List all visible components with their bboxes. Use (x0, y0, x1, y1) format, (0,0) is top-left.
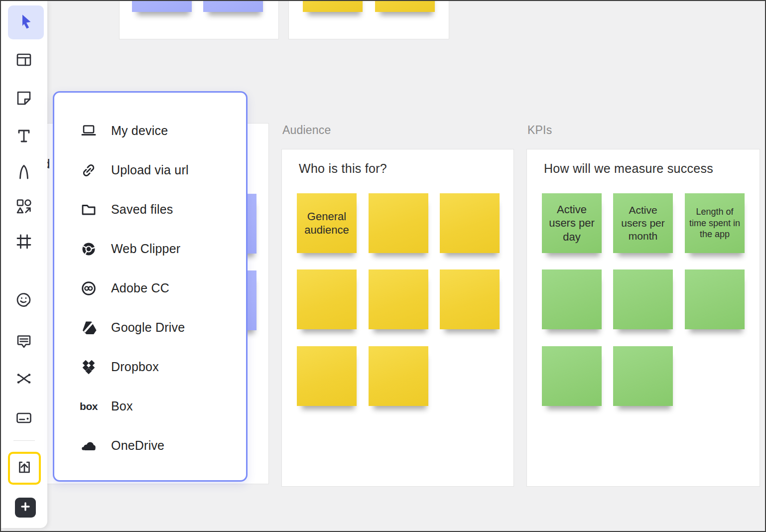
shapes-tool-button[interactable] (14, 196, 34, 216)
pen-tool-button[interactable] (14, 162, 34, 182)
menu-item-box[interactable]: box Box (54, 387, 246, 426)
pen-icon (14, 162, 34, 182)
menu-item-upload-via-url[interactable]: Upload via url (54, 150, 246, 190)
templates-icon (14, 50, 34, 70)
chrome-icon (79, 240, 98, 258)
menu-item-web-clipper[interactable]: Web Clipper (54, 229, 246, 268)
dropbox-icon (79, 358, 98, 376)
frame-top-right[interactable] (288, 1, 449, 39)
menu-item-google-drive[interactable]: Google Drive (54, 308, 246, 347)
sticky-note[interactable] (542, 269, 602, 329)
laptop-icon (79, 122, 98, 140)
sticky-note[interactable] (132, 0, 192, 12)
frame-title-audience[interactable]: Audience (282, 124, 331, 137)
frame-tool-button[interactable] (14, 232, 34, 252)
sticky-note[interactable] (613, 346, 673, 406)
sticky-note[interactable] (369, 269, 428, 329)
sticky-note[interactable] (369, 346, 428, 406)
menu-item-label: Saved files (111, 202, 173, 217)
menu-item-my-device[interactable]: My device (54, 111, 246, 150)
upload-menu: My device Upload via url Saved files (53, 91, 248, 482)
menu-item-adobe-cc[interactable]: Adobe CC (54, 268, 246, 308)
menu-item-label: Dropbox (111, 360, 159, 374)
cursor-icon (16, 11, 36, 33)
text-icon (14, 126, 34, 146)
add-app-button[interactable] (15, 498, 36, 518)
frame-audience[interactable]: Who is this for? General audience (281, 149, 514, 487)
onedrive-icon (79, 437, 98, 455)
menu-item-label: Box (111, 399, 133, 413)
menu-item-label: Web Clipper (111, 242, 180, 256)
frame-top-left[interactable] (119, 1, 279, 39)
frame-kpis[interactable]: How will we measure success Active users… (526, 149, 760, 487)
menu-item-label: Adobe CC (111, 281, 169, 295)
frame-icon (14, 232, 34, 252)
menu-item-label: My device (111, 124, 168, 138)
sticky-note[interactable] (613, 269, 673, 329)
sticky-note[interactable] (369, 193, 428, 253)
menu-item-saved-files[interactable]: Saved files (54, 190, 246, 229)
connector-icon (14, 369, 34, 389)
sticky-note[interactable] (440, 269, 500, 329)
sticky-note-icon (14, 88, 34, 108)
box-icon: box (79, 400, 98, 412)
sticky-note-tool-button[interactable] (14, 88, 34, 108)
google-drive-icon (79, 319, 98, 337)
toolbar (1, 1, 47, 528)
sticky-note[interactable] (685, 269, 745, 329)
sticky-note[interactable] (542, 346, 602, 406)
text-tool-button[interactable] (14, 126, 34, 146)
select-tool-button[interactable] (8, 5, 44, 39)
upload-icon (15, 458, 34, 479)
connector-tool-button[interactable] (14, 369, 34, 389)
menu-item-dropbox[interactable]: Dropbox (54, 347, 246, 387)
card-icon (14, 408, 34, 428)
adobe-cc-icon (79, 279, 98, 297)
sticky-note[interactable] (297, 346, 357, 406)
menu-item-label: Upload via url (111, 163, 189, 177)
sticky-note[interactable] (375, 0, 435, 12)
templates-tool-button[interactable] (14, 50, 34, 70)
shapes-icon (14, 196, 34, 216)
comment-icon (14, 331, 34, 351)
sticky-note[interactable]: Active users per month (613, 193, 673, 253)
menu-item-label: Google Drive (111, 320, 185, 335)
plus-icon (19, 500, 32, 515)
audience-heading[interactable]: Who is this for? (299, 161, 387, 176)
frame-title-kpis[interactable]: KPIs (527, 124, 552, 137)
comment-tool-button[interactable] (14, 331, 34, 351)
kpis-heading[interactable]: How will we measure success (544, 161, 713, 176)
whiteboard-app: d Audience Who is this for? General audi… (0, 0, 766, 532)
toolbar-divider (13, 440, 35, 441)
sticker-tool-button[interactable] (14, 290, 34, 310)
sticky-note[interactable] (203, 0, 263, 12)
card-tool-button[interactable] (14, 408, 34, 428)
link-icon (79, 161, 98, 179)
folder-icon (79, 201, 98, 219)
sticky-note[interactable] (303, 0, 363, 12)
sticky-note[interactable]: Active users per day (542, 193, 602, 253)
menu-item-onedrive[interactable]: OneDrive (54, 426, 246, 465)
sticker-smiley-icon (14, 290, 34, 310)
upload-tool-button[interactable] (8, 452, 41, 485)
menu-item-label: OneDrive (111, 438, 164, 453)
sticky-note[interactable] (440, 193, 500, 253)
sticky-note[interactable]: General audience (297, 193, 357, 253)
sticky-note[interactable] (297, 269, 357, 329)
sticky-note[interactable]: Length of time spent in the app (685, 193, 745, 253)
